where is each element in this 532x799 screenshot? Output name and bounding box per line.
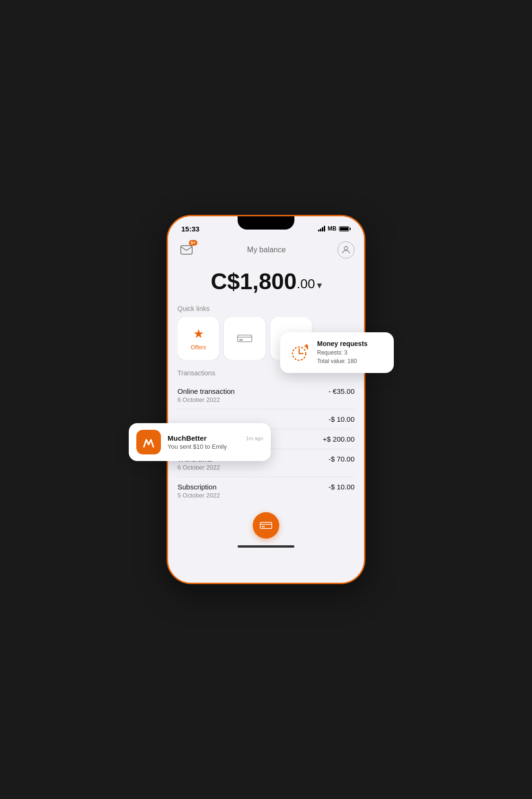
balance-cents: .00: [297, 276, 315, 294]
svg-rect-12: [262, 526, 265, 527]
send-money-icon: [237, 333, 252, 344]
send-money-fab[interactable]: [253, 512, 279, 539]
transaction-amount: +$ 200.00: [323, 435, 355, 443]
profile-icon: [341, 245, 351, 255]
home-indicator: [168, 542, 364, 554]
table-row[interactable]: Online transaction 6 October 2022 - €35.…: [177, 382, 355, 409]
header-title: My balance: [247, 246, 286, 254]
status-icons: MB: [318, 225, 351, 232]
fab-area: [168, 508, 364, 542]
app-header: 9+ My balance: [168, 237, 364, 265]
balance-chevron-icon[interactable]: ▾: [317, 280, 321, 294]
mail-badge: 9+: [189, 240, 197, 246]
balance-section: C$ 1,800 .00 ▾: [168, 265, 364, 303]
send-money-fab-icon: [260, 521, 272, 530]
muchbetter-logo: [142, 435, 156, 449]
battery-icon: [339, 226, 351, 231]
toast-message: You sent $10 to Emily: [168, 443, 263, 450]
transaction-date: 6 October 2022: [177, 464, 220, 471]
transaction-amount: - €35.00: [328, 387, 355, 395]
transaction-amount: -$ 10.00: [328, 483, 355, 491]
balance-display: C$ 1,800 .00 ▾: [177, 268, 355, 294]
quick-link-send-money[interactable]: [224, 317, 266, 360]
transaction-amount: -$ 70.00: [328, 455, 355, 463]
balance-whole: 1,800: [240, 268, 297, 294]
money-requests-tooltip[interactable]: Money requests Requests: 3 Total value: …: [280, 332, 394, 373]
svg-rect-0: [181, 246, 192, 254]
svg-rect-4: [239, 339, 242, 341]
transaction-name: Online transaction: [177, 387, 235, 395]
transaction-date: 6 October 2022: [177, 396, 235, 403]
offers-label: Offers: [191, 344, 206, 351]
svg-rect-10: [260, 523, 272, 529]
money-requests-content: Money requests Requests: 3 Total value: …: [317, 340, 368, 365]
table-row[interactable]: Subscription 5 October 2022 -$ 10.00: [177, 477, 355, 505]
notch: [238, 216, 294, 230]
status-time: 15:33: [181, 225, 199, 233]
balance-currency: C$: [211, 268, 239, 294]
status-bar: 15:33 MB: [168, 216, 364, 237]
toast-notification[interactable]: MuchBetter 1m ago You sent $10 to Emily: [129, 423, 271, 461]
mail-button[interactable]: 9+: [177, 241, 195, 259]
money-requests-title: Money requests: [317, 340, 368, 347]
toast-time: 1m ago: [246, 435, 263, 441]
toast-text: MuchBetter 1m ago You sent $10 to Emily: [168, 434, 263, 450]
carrier-label: MB: [328, 225, 337, 232]
transaction-amount: -$ 10.00: [328, 415, 355, 423]
toast-app-name: MuchBetter: [168, 434, 207, 442]
avatar-button[interactable]: [337, 241, 355, 258]
transaction-date: 5 October 2022: [177, 492, 220, 499]
svg-point-1: [344, 247, 347, 250]
money-requests-count: Requests: 3 Total value: 180: [317, 348, 368, 365]
transaction-name: Subscription: [177, 483, 220, 491]
app-icon: [136, 430, 161, 454]
quick-link-offers[interactable]: ★ Offers: [177, 317, 219, 360]
signal-icon: [318, 226, 325, 231]
mail-icon: [180, 245, 193, 255]
star-icon: ★: [193, 327, 204, 341]
svg-rect-2: [238, 335, 252, 342]
money-request-clock-icon: [289, 341, 311, 364]
home-bar: [238, 545, 294, 548]
quick-links-label: Quick links: [177, 305, 355, 312]
phone-frame: 15:33 MB 9+ My bal: [167, 215, 365, 584]
